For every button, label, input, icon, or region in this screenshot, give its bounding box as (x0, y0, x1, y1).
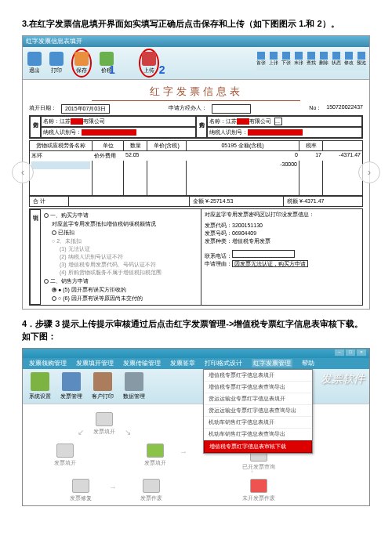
col-price: 单价(含税) (147, 141, 187, 150)
redacted (71, 118, 83, 125)
menu-transfer[interactable]: 发票传输管理 (123, 359, 161, 368)
find-icon (307, 52, 315, 60)
arrow-icon: ↓ (250, 465, 254, 474)
redacted (237, 118, 249, 125)
invoice-num: 06904409 (232, 230, 256, 236)
print-button[interactable]: 打印 (49, 52, 64, 74)
items-table: 货物或应税劳务名称 单位 数量 单价(含税) 05195 金额(含税) 税率 耳… (29, 140, 363, 196)
nav-prev[interactable]: 上张 (269, 52, 278, 67)
next-icon (282, 52, 290, 60)
wf-void2[interactable]: 发票作废 (140, 479, 162, 502)
party-info: 销货方 名称：江苏有限公司 纳税人识别号： 购货方 名称：江苏有限公司... 纳… (29, 115, 363, 139)
minimize-button[interactable]: − (335, 349, 344, 356)
menu-print[interactable]: 打印格式设计 (205, 359, 242, 368)
dd-item-3[interactable]: 货运运输业专票红字信息表查询导出 (204, 405, 312, 417)
invoice-code: 3200151130 (232, 223, 263, 228)
document-body: 红字发票信息表 填开日期： 2015年07月03日 申请方经办人： No： 15… (23, 80, 369, 309)
wf-fill-2[interactable]: 发票填开 (54, 444, 76, 467)
arrow-icon: → (180, 447, 187, 456)
arrow-icon: ↙ (78, 428, 84, 436)
fill-date: 2015年07月03日 (61, 104, 110, 114)
menu-help[interactable]: 帮助 (302, 359, 314, 368)
dd-item-2[interactable]: 货运运输业专票红字信息表填开 (204, 393, 312, 405)
app-logo: 发票软件 (321, 372, 365, 386)
nav-stat[interactable]: 状态 (332, 52, 341, 67)
col-qty: 数量 (124, 141, 147, 150)
tax-id-label: 纳税人识别号： (43, 129, 82, 136)
upload-highlight: 上传 (139, 49, 159, 78)
item-input[interactable] (31, 161, 90, 169)
lookup-button[interactable]: ... (274, 118, 282, 125)
remark-label: 说明 (30, 209, 41, 305)
blue-invoice-desc: 对应蓝字专用发票密码区以打印没发票信息： (205, 211, 359, 219)
r1b4: (4) 所购货物或服务不属于增值税扣税范围 (60, 269, 198, 277)
data-button[interactable]: 数据管理 (123, 372, 145, 400)
nav-right-circle[interactable]: › (358, 161, 380, 183)
item-name: 耳环 (30, 151, 93, 161)
r1b3: (3) 增值税专用发票代码、号码认证不符 (60, 261, 198, 269)
handler-input[interactable] (212, 104, 251, 114)
nav-edit[interactable]: 修改 (344, 52, 354, 67)
col-unit: 单位 (93, 141, 124, 150)
red-invoice-dropdown: 增值税专票红字信息表填开 增值税专票红字信息表查询导出 货运运输业专票红字信息表… (203, 369, 313, 454)
wf-fill-1[interactable]: 发票填开 (93, 412, 115, 436)
fill-date-label: 填开日期： (29, 104, 56, 114)
save-highlight: 保存 (71, 49, 92, 78)
back-button[interactable]: 退出 (27, 52, 42, 74)
nav-first[interactable]: 首张 (256, 52, 266, 67)
dd-item-0[interactable]: 增值税专票红字信息表填开 (204, 370, 312, 382)
radio-2[interactable] (44, 279, 49, 284)
nav-next[interactable]: 下张 (281, 52, 291, 67)
radio-1[interactable] (44, 213, 49, 218)
reason-input[interactable]: 因发票无法认证，购买方申请 (232, 260, 308, 267)
no-label: No： (309, 104, 321, 114)
total-label: 合 计 (30, 197, 69, 206)
del-icon (320, 52, 328, 60)
col-tax (323, 141, 362, 150)
window-title: 红字发票信息表填开 (23, 36, 369, 47)
title-bar-2: − □ × (23, 349, 369, 358)
wf-repair[interactable]: 发票修复 (70, 479, 92, 502)
wf-void[interactable]: 未开发票作废 (242, 479, 275, 502)
radio-2a[interactable] (52, 288, 56, 292)
col-rate: 税率 (299, 141, 323, 150)
menu-fill[interactable]: 发票填开管理 (76, 359, 114, 368)
totals-row: 合 计 金额 ¥-25714.53 税额 ¥-4371.47 (29, 196, 363, 207)
nav-prev[interactable]: 预览 (357, 52, 366, 67)
reason-1b: ○ 2、未抵扣 (52, 237, 198, 245)
dd-item-5[interactable]: 机动车销售红字信息表查询导出 (204, 429, 312, 440)
upload-button[interactable]: 上传 (142, 52, 156, 74)
seller-name: 江苏 (60, 118, 71, 125)
close-button[interactable]: × (357, 349, 366, 356)
radio-1a[interactable] (52, 230, 56, 235)
nav-left-circle[interactable]: ‹ (12, 161, 34, 183)
menu-sign[interactable]: 发票签章 (170, 359, 195, 368)
print-button[interactable]: 客户打印 (92, 372, 114, 400)
invoice-type: 增值税专用发票 (232, 238, 270, 244)
item-tax: -4371.47 (323, 151, 362, 161)
invoice-button[interactable]: 发票管理 (60, 372, 82, 400)
sys-button[interactable]: 系统设置 (29, 372, 51, 400)
save-button[interactable]: 保存 (74, 52, 89, 74)
dd-item-4[interactable]: 机动车销售红字信息表填开 (204, 417, 312, 429)
save-icon (74, 52, 89, 66)
radio-2b[interactable] (52, 296, 56, 301)
total-amount: ¥-25714.53 (205, 198, 233, 204)
print-icon (49, 52, 64, 66)
nav-last[interactable]: 末张 (294, 52, 303, 67)
nav-del[interactable]: 删除 (319, 52, 328, 67)
nav-find[interactable]: 查找 (307, 52, 316, 67)
menu-purchase[interactable]: 发票领购管理 (29, 359, 67, 368)
dd-item-download[interactable]: 增值税专票红字信息表审核下载 (204, 440, 312, 453)
wf-fill-3[interactable]: 发票填开 (144, 444, 166, 467)
contact-input[interactable] (232, 250, 295, 258)
menu-red[interactable]: 红字发票管理 (252, 359, 292, 368)
item-unit-price: 52.05 (124, 151, 147, 161)
dd-item-1[interactable]: 增值税专票红字信息表查询导出 (204, 382, 312, 393)
redacted (82, 129, 136, 136)
step3-heading: 3.在红字发票信息填开界面如实填写正确后点击保存和上传（如下图图示 1.和 2）… (22, 17, 370, 31)
item-amount: 0 (187, 151, 299, 161)
edit-icon (345, 52, 353, 60)
maximize-button[interactable]: □ (346, 349, 355, 356)
redacted (248, 129, 303, 136)
